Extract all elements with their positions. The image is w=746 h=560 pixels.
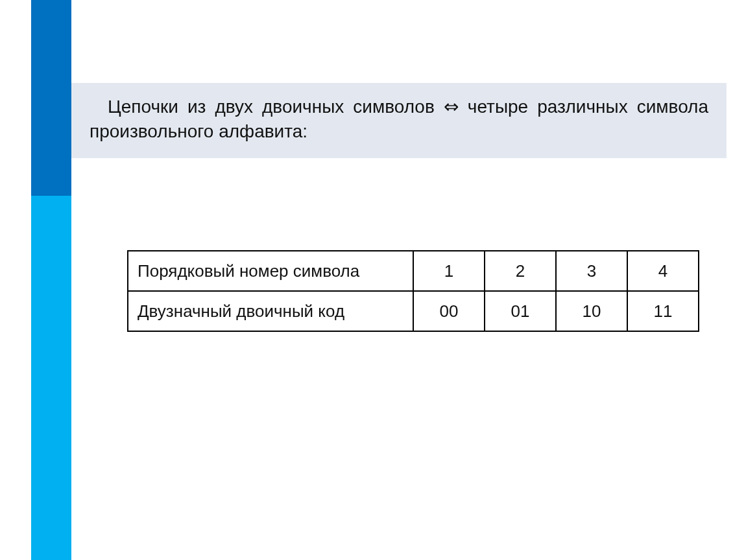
row-label: Порядковый номер символа <box>128 251 413 291</box>
heading-box: Цепочки из двух двоичных символов ⇔ четы… <box>71 83 727 158</box>
code-table-wrap: Порядковый номер символа 1 2 3 4 Двузнач… <box>127 250 698 332</box>
code-table: Порядковый номер символа 1 2 3 4 Двузнач… <box>127 250 699 332</box>
row-label: Двузначный двоичный код <box>128 291 413 331</box>
cell-value: 10 <box>556 291 627 331</box>
cell-value: 11 <box>627 291 699 331</box>
heading-part1: Цепочки из двух двоичных символов <box>108 97 444 117</box>
cell-value: 01 <box>485 291 556 331</box>
heading-text: Цепочки из двух двоичных символов ⇔ четы… <box>90 95 708 144</box>
table-row: Двузначный двоичный код 00 01 10 11 <box>128 291 699 331</box>
cell-value: 2 <box>485 251 556 291</box>
cell-value: 3 <box>556 251 627 291</box>
table-row: Порядковый номер символа 1 2 3 4 <box>128 251 699 291</box>
cell-value: 00 <box>413 291 485 331</box>
sidebar-accent-light <box>31 196 71 560</box>
double-arrow-icon: ⇔ <box>444 97 459 117</box>
cell-value: 4 <box>627 251 699 291</box>
sidebar-accent-dark <box>31 0 71 196</box>
cell-value: 1 <box>413 251 485 291</box>
